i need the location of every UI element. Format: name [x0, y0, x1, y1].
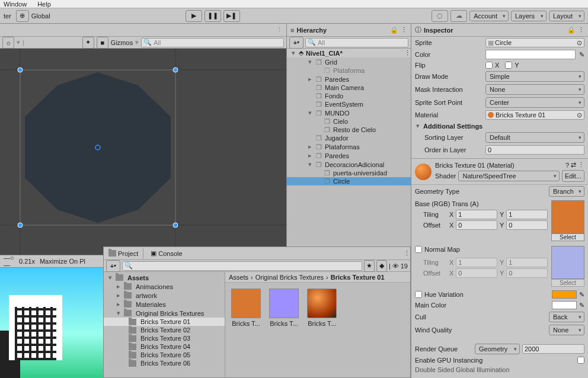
- hierarchy-item[interactable]: ▾❒DecoracionAdicional: [287, 160, 411, 169]
- edit-button[interactable]: Edit...: [562, 170, 584, 182]
- select-button[interactable]: Select: [551, 233, 584, 241]
- hierarchy-item[interactable]: ▾❒MUNDO: [287, 108, 411, 117]
- folder-item[interactable]: ▸Materiales: [104, 300, 225, 309]
- hue-color[interactable]: [552, 290, 577, 299]
- account-dropdown[interactable]: Account: [469, 11, 509, 21]
- menu-help[interactable]: Help: [37, 1, 51, 8]
- help-icon[interactable]: ?: [565, 162, 569, 169]
- tiling-y-field[interactable]: 1: [506, 210, 548, 219]
- hierarchy-item[interactable]: ▸❒Paredes: [287, 75, 411, 84]
- lock-icon[interactable]: 🔒: [390, 26, 398, 34]
- normalmap-preview[interactable]: [551, 246, 584, 279]
- cull-dropdown[interactable]: Back: [549, 312, 584, 322]
- maincolor-field[interactable]: [552, 301, 577, 309]
- mask-dropdown[interactable]: None: [485, 84, 584, 95]
- hierarchy-item[interactable]: ❒puerta-universidad: [287, 169, 411, 177]
- create-dropdown[interactable]: +▾: [106, 260, 120, 272]
- offset-x-field[interactable]: 0: [456, 220, 497, 230]
- folder-item[interactable]: Bricks Texture 02: [104, 326, 225, 334]
- crumb-3[interactable]: Bricks Texture 01: [331, 274, 385, 281]
- geom-dropdown[interactable]: Branch: [549, 186, 584, 197]
- scene-menu-icon[interactable]: ⋮: [404, 49, 411, 57]
- folder-item[interactable]: Bricks Texture 01: [104, 318, 225, 326]
- hierarchy-item[interactable]: ❒Jugador: [287, 134, 411, 142]
- expand-icon[interactable]: ▾: [415, 122, 421, 130]
- hierarchy-item[interactable]: ▸❒Plataformas: [287, 142, 411, 151]
- crumb-2[interactable]: Original Bricks Textures: [255, 274, 324, 281]
- layout-dropdown[interactable]: Layout: [549, 11, 584, 21]
- flip-y-checkbox[interactable]: [505, 62, 512, 69]
- asset-grid[interactable]: Bricks T... Bricks T... Bricks T...: [225, 283, 410, 333]
- tools-button[interactable]: ✦: [82, 37, 94, 49]
- eyedropper-icon[interactable]: ✎: [579, 291, 584, 299]
- hierarchy-item[interactable]: ❒Main Camera: [287, 84, 411, 92]
- menu-window[interactable]: Window: [4, 1, 27, 8]
- sortlayer-dropdown[interactable]: Default: [485, 132, 584, 143]
- hierarchy-item[interactable]: ▾❒Grid: [287, 57, 411, 66]
- hue-checkbox[interactable]: [415, 291, 422, 298]
- wind-dropdown[interactable]: None: [549, 325, 584, 335]
- create-dropdown[interactable]: +▾: [289, 37, 303, 49]
- project-search[interactable]: 🔍: [122, 261, 362, 271]
- step-button[interactable]: ▶❚: [223, 10, 240, 22]
- hierarchy-item[interactable]: ▸❒Paredes: [287, 151, 411, 160]
- renderqueue-field[interactable]: 2000: [522, 344, 584, 354]
- pause-button[interactable]: ❚❚: [204, 10, 221, 22]
- hierarchy-item[interactable]: ❒Circle: [287, 177, 411, 185]
- hierarchy-search[interactable]: 🔍All: [305, 38, 408, 47]
- folder-item[interactable]: ▾Original Bricks Textures: [104, 309, 225, 318]
- asset-item[interactable]: Bricks T...: [231, 289, 261, 327]
- crumb-1[interactable]: Assets: [229, 274, 248, 281]
- shading-mode-button[interactable]: ☼: [2, 37, 14, 49]
- menu-icon[interactable]: ⋮: [578, 161, 584, 169]
- eyedropper-icon[interactable]: ✎: [579, 302, 584, 309]
- panel-menu-icon[interactable]: ⋮: [578, 26, 584, 34]
- folder-item[interactable]: ▸Animaciones: [104, 282, 225, 291]
- project-tab[interactable]: Project: [104, 248, 143, 259]
- hidden-icon[interactable]: 👁: [392, 262, 399, 270]
- order-field[interactable]: 0: [485, 145, 584, 155]
- console-tab[interactable]: ▣Console: [146, 248, 187, 259]
- hierarchy-item[interactable]: ❒Plataforma: [287, 66, 411, 75]
- global-label[interactable]: Global: [31, 12, 50, 20]
- scene-viewport[interactable]: [0, 49, 286, 255]
- sprite-field[interactable]: ▦Circle⊙: [485, 38, 584, 47]
- material-field[interactable]: Bricks Texture 01⊙: [485, 110, 584, 120]
- folder-item[interactable]: Bricks Texture 05: [104, 351, 225, 359]
- tiling-x-field[interactable]: 1: [456, 210, 497, 219]
- camera-button[interactable]: ■: [97, 37, 108, 49]
- texture-preview[interactable]: [551, 200, 584, 233]
- eyedropper-icon[interactable]: ✎: [579, 51, 584, 59]
- collab-button[interactable]: ◌: [432, 10, 448, 22]
- flip-x-checkbox[interactable]: [485, 62, 493, 69]
- folder-item[interactable]: ▸artwork: [104, 291, 225, 300]
- object-picker-icon[interactable]: ⊙: [577, 111, 582, 119]
- drawmode-dropdown[interactable]: Simple: [485, 71, 584, 82]
- layers-dropdown[interactable]: Layers: [511, 11, 547, 21]
- scene-row[interactable]: ▾⬘ Nivel1_CIA* ⋮: [287, 49, 411, 57]
- asset-item[interactable]: Bricks T...: [307, 289, 337, 327]
- color-field[interactable]: [485, 50, 576, 59]
- hierarchy-item[interactable]: ❒EventSystem: [287, 100, 411, 108]
- panel-menu-icon[interactable]: ⋮: [401, 26, 407, 34]
- lock-icon[interactable]: 🔒: [567, 26, 576, 34]
- asset-item[interactable]: Bricks T...: [269, 289, 299, 327]
- cloud-button[interactable]: ☁: [450, 10, 467, 22]
- object-picker-icon[interactable]: ⊙: [577, 39, 582, 47]
- panel-menu-icon[interactable]: ⋮: [404, 249, 410, 257]
- select-button[interactable]: Select: [551, 279, 584, 287]
- folder-item[interactable]: Bricks Texture 03: [104, 334, 225, 342]
- hierarchy-item[interactable]: ❒Fondo: [287, 92, 411, 100]
- hierarchy-item[interactable]: ❒Resto de Cielo: [287, 126, 411, 134]
- folder-item[interactable]: Bricks Texture 06: [104, 359, 225, 367]
- favorite-button[interactable]: ★: [364, 260, 375, 272]
- shader-dropdown[interactable]: Nature/SpeedTree: [458, 171, 559, 181]
- folder-item[interactable]: Bricks Texture 04: [104, 342, 225, 351]
- normalmap-checkbox[interactable]: [415, 246, 422, 253]
- preset-icon[interactable]: ⇄: [571, 161, 576, 169]
- pivot-mode-button[interactable]: ⊕: [16, 10, 29, 22]
- gizmos-label[interactable]: Gizmos: [111, 39, 133, 46]
- play-button[interactable]: ▶: [186, 10, 202, 22]
- scene-search[interactable]: 🔍All: [141, 38, 284, 47]
- hierarchy-item[interactable]: ❒Cielo: [287, 117, 411, 126]
